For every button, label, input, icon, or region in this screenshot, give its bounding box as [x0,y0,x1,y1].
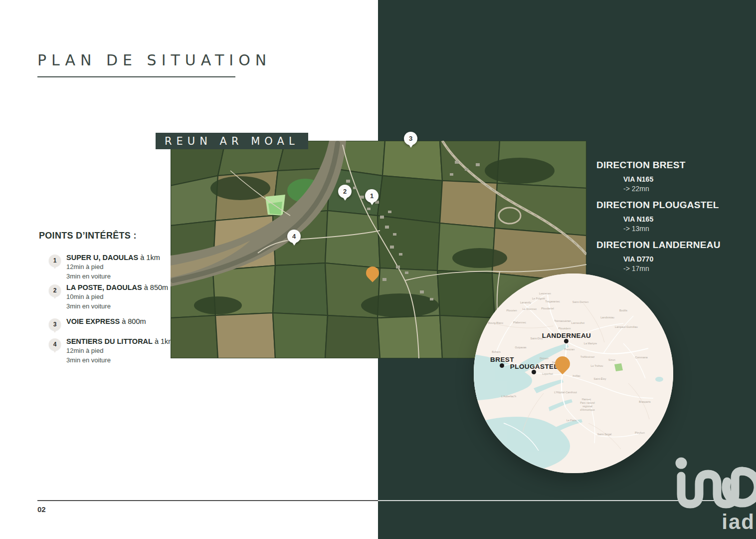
poi-pin-3: 3 [49,318,61,330]
town-label: Bourg-Blanc [488,321,503,324]
town-label: Landivisiau [600,316,614,319]
town-label: Bodilis [619,309,627,312]
town-label: Saint-Ségal [597,433,611,436]
town-label: Lanneufret [571,321,584,324]
direction-title: DIRECTION PLOUGASTEL [596,200,719,211]
poi-pin-2: 2 [49,284,61,296]
map-title-label: REUN AR MOAL [156,133,308,149]
town-label: Brasparts [639,400,651,403]
direction-via: VIA N165 [623,215,719,223]
poi-pin-number: 3 [53,321,57,328]
town-label: Le Faou [567,419,576,422]
park-label: Parc naturel [580,401,595,404]
city-label-brest: BREST [490,356,514,363]
direction-via: VIA D770 [623,255,721,263]
town-label: Le Drennec [523,307,537,310]
park-label: régional [582,405,592,408]
poi-item-2: 2 LA POSTE, DAOULAS à 850m 10min à pied … [39,283,189,310]
city-dot-brest [500,363,504,368]
title-underline [37,76,235,77]
page-number: 02 [37,505,46,514]
direction-time: -> 13mn [623,225,719,233]
poi-pin-1: 1 [49,255,61,267]
footer-rule-left [37,500,378,501]
overview-map: LANDERNEAU BREST PLOUGASTEL Lesneven Le … [474,273,673,473]
town-label: Le Tréhou [591,364,603,367]
town-label: Tréflévénez [580,355,595,358]
town-label: L'Hôpital-Camfrout [554,391,577,394]
city-label-landerneau: LANDERNEAU [542,332,591,339]
poi-heading: POINTS D’INTÉRÊTS : [39,231,189,241]
marker-number: 1 [370,192,374,200]
poi-item-3: 3 VOIE EXPRESS à 800m [39,317,189,325]
city-dot-landerneau [564,339,568,343]
iad-logo-text: iad [722,510,755,534]
town-label: Saint-Divy [530,337,543,340]
direction-time: -> 17mn [623,265,721,272]
direction-title: DIRECTION BREST [596,160,686,171]
poi-pin-number: 1 [53,257,57,264]
map-marker-2: 2 [338,185,352,198]
slide-root: PLAN DE SITUATION [0,0,756,539]
overview-map-image [474,273,673,473]
map-marker-3: 3 [404,132,417,145]
town-label: Hanvec [582,398,591,401]
town-label: Commana [635,356,647,359]
iad-logo-mark: iad [666,453,756,536]
map-marker-4: 4 [287,230,301,243]
marker-number: 2 [343,188,347,195]
town-label: Lesneven [539,292,551,295]
direction-time: -> 22mn [623,185,686,193]
town-label: Loperhet [542,372,553,375]
town-label: Plouvien [506,309,517,312]
town-label: Plabennec [513,321,526,324]
town-label: L'Auberlac'h [501,395,516,398]
poi-pin-4: 4 [49,338,61,350]
page-title: PLAN DE SITUATION [37,51,271,69]
marker-number: 3 [409,135,412,142]
town-label: Plouédern [558,327,570,330]
town-label: Lampaul-Guimiliau [615,325,638,328]
town-label: Sizun [608,358,615,361]
city-label-plougastel: PLOUGASTEL [510,363,558,370]
direction-landerneau: DIRECTION LANDERNEAU VIA D770 -> 17mn [596,240,721,272]
poi-item-4: 4 SENTIERS DU LITTORAL à 1km 12min à pie… [39,337,189,364]
town-label: Dirinon [540,357,548,360]
direction-title: DIRECTION LANDERNEAU [596,240,721,251]
town-label: Guipavas [515,346,526,349]
town-label: Saint-Éloy [593,377,606,380]
town-label: Pencran [565,348,575,351]
town-label: Pleyben [635,431,645,434]
park-label: d'Armorique [580,408,594,411]
town-label: Ploudaniel [541,307,554,310]
town-label: La Martyre [584,342,597,345]
poi-pin-number: 4 [53,341,57,348]
town-label: Irvillac [572,374,580,377]
town-label: Le Folgoët [532,297,545,300]
map-title-text: REUN AR MOAL [165,135,299,147]
iad-logo: iad [666,453,756,536]
city-dot-plougastel [532,370,536,374]
town-label: Trégarantec [545,300,560,303]
points-of-interest: POINTS D’INTÉRÊTS : 1 SUPER U, DAOULAS à… [39,231,189,241]
direction-plougastel: DIRECTION PLOUGASTEL VIA N165 -> 13mn [596,200,719,233]
town-label: Bohars [492,350,500,353]
town-label: Lanarvily [520,301,531,304]
poi-item-1: 1 SUPER U, DAOULAS à 1km 12min à pied 3m… [39,254,189,280]
direction-brest: DIRECTION BREST VIA N165 -> 22mn [596,160,686,193]
town-label: Saint-Derrien [572,300,588,303]
direction-via: VIA N165 [623,175,686,183]
town-label: Trémaouézan [554,319,571,322]
poi-pin-number: 2 [53,287,57,294]
map-marker-1: 1 [365,189,378,203]
marker-number: 4 [292,233,296,240]
